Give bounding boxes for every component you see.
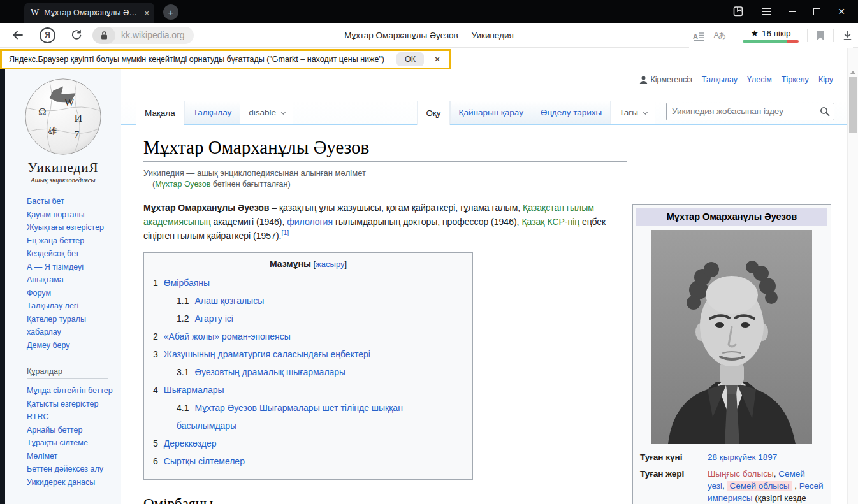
reviews-widget[interactable]: ★ 16 пікір (743, 28, 799, 43)
redirect-note: (Мұхтар Әуезов бетінен бағытталған) (152, 180, 847, 189)
sidebar-link[interactable]: Ең жаңа беттер (27, 234, 116, 248)
page-title: Мұхтар Омарханұлы Әуезов (143, 137, 627, 162)
svg-text:A: A (693, 32, 698, 40)
toc-item[interactable]: 1.1Алаш қозғалысы (177, 292, 463, 310)
person-icon (639, 76, 648, 84)
sidebar-link[interactable]: Анықтама (27, 273, 116, 287)
bookmark-icon[interactable] (816, 30, 825, 41)
scrollbar-up-arrow-icon[interactable] (850, 71, 855, 74)
logo-tagline: Ашық энциклопедиясы (5, 176, 121, 184)
tab-view-source[interactable]: Қайнарын қарау (450, 101, 532, 124)
toc-item[interactable]: 1Өмірбаяны (153, 274, 463, 292)
chevron-down-icon (643, 109, 648, 114)
wiki-content: Кірмегенсіз ТалқылауҮлесімТіркелуКіру Ма… (121, 69, 847, 504)
infobox-title: Мұхтар Омарханұлы Әуезов (636, 208, 827, 226)
namespace-tab-row: Мақала Талқылау disable Оқу Қайнарын қар… (121, 101, 847, 125)
search-input[interactable] (666, 103, 834, 120)
infobox-value: 28 қыркүйек 1897 (708, 451, 824, 463)
section-heading: Өмірбаяны (143, 496, 627, 504)
tab-talk[interactable]: Талқылау (184, 101, 240, 124)
reviews-count: 16 пікір (762, 29, 791, 38)
toc-title: Мазмұны (270, 259, 311, 269)
sidebar-link[interactable]: А — Я тізімдеуі (27, 261, 116, 274)
window-maximize-button[interactable] (813, 8, 820, 15)
sidebar-link[interactable]: RTRC (27, 410, 116, 424)
translate-icon[interactable]: Aあ (714, 30, 725, 41)
window-minimize-button[interactable] (789, 11, 796, 12)
tab-history[interactable]: Өңделу тарихы (532, 101, 610, 124)
toc-item[interactable]: 4.1Мұхтар Әуезов Шығармалары шет тілінде… (177, 399, 463, 435)
tab-article[interactable]: Мақала (136, 101, 184, 125)
page-title-center: Мұхтар Омарханұлы Әуезов — Уикипедия (210, 31, 648, 40)
sidebar-link[interactable]: Арнайы беттер (27, 424, 116, 437)
table-of-contents: Мазмұны [жасыру] 1Өмірбаяны 1.1Алаш қозғ… (143, 252, 473, 480)
browser-toolbar: Я kk.wikipedia.org Мұхтар Омарханұлы Әуе… (0, 23, 858, 48)
toc-item[interactable]: 3Жазушының драматургия саласындағы еңбек… (153, 345, 463, 363)
address-bar[interactable]: kk.wikipedia.org (92, 27, 194, 44)
infobox-row-birthdate: Туған күні 28 қыркүйек 1897 (636, 449, 827, 466)
sidebar-link[interactable]: Форум (27, 287, 116, 300)
sidebar-link[interactable]: Жуықтағы өзгерістер (27, 221, 116, 234)
lock-icon[interactable] (92, 27, 115, 44)
sidebar-link[interactable]: Беттен дәйексөз алу (27, 463, 116, 476)
window-close-button[interactable]: ✕ (838, 7, 845, 16)
tab-close-icon[interactable]: × (144, 8, 149, 18)
personal-link[interactable]: Кіру (818, 75, 833, 84)
infobox-value: Шыңғыс болысы, Семей уезі, Семей облысы … (708, 468, 824, 504)
reload-icon[interactable] (71, 29, 82, 41)
sidebar-link[interactable]: Басты бет (27, 195, 116, 208)
toc-item[interactable]: 6Сыртқы сілтемелер (153, 452, 463, 470)
wiki-sidebar: W Ω И 雄 7 УикипедиЯ Ашық энциклопедиясы … (5, 69, 121, 504)
sidebar-link[interactable]: Кездейсоқ бет (27, 247, 116, 261)
yandex-icon[interactable]: Я (40, 27, 55, 43)
wikipedia-favicon-icon: W (31, 8, 39, 18)
personal-link[interactable]: Тіркелу (782, 75, 809, 84)
tab-variant-dropdown[interactable]: disable (240, 101, 293, 124)
browser-tab[interactable]: W Мұхтар Омарханұлы Әуезов × (24, 3, 154, 23)
sidebar-link[interactable]: Қателер туралы хабарлау (27, 313, 116, 339)
toc-item[interactable]: 3.1Әуезовтың драмалық шығармалары (177, 363, 463, 381)
page-scrollbar[interactable] (847, 48, 858, 504)
sidebar-link[interactable]: Демеу беру (27, 339, 116, 352)
wikipedia-logo[interactable]: W Ω И 雄 7 УикипедиЯ Ашық энциклопедиясы (5, 69, 121, 184)
sidebar-link[interactable]: Талқылау легі (27, 299, 116, 313)
notification-ok-button[interactable]: ОК (396, 52, 424, 66)
tab-more-dropdown[interactable]: Тағы (610, 101, 655, 124)
infobox: Мұхтар Омарханұлы Әуезов (632, 204, 831, 504)
sidebar-link[interactable]: Уикидерек данасы (27, 476, 116, 489)
sidebar-link[interactable]: Қатысты өзгерістер (27, 398, 116, 411)
notification-close-icon[interactable]: ✕ (434, 55, 440, 64)
sidebar-link[interactable]: Тұрақты сілтеме (27, 436, 116, 450)
download-icon[interactable] (842, 30, 853, 41)
menu-icon[interactable] (762, 8, 771, 15)
sidebar-nav-list: Басты бетҚауым порталыЖуықтағы өзгерісте… (5, 195, 121, 352)
side-panel-icon[interactable] (732, 6, 745, 17)
wikipedia-page: W Ω И 雄 7 УикипедиЯ Ашық энциклопедиясы … (0, 69, 847, 504)
toc-item[interactable]: 5Дереккөздер (153, 435, 463, 452)
search-icon[interactable] (820, 106, 830, 117)
new-tab-button[interactable]: + (163, 4, 178, 20)
svg-text:И: И (74, 112, 82, 124)
tab-read[interactable]: Оқу (417, 101, 449, 125)
toc-item[interactable]: 1.2Ағарту ісі (177, 310, 463, 328)
site-tagline: Уикипедия — ашық энциклопедиясынан алынғ… (143, 168, 847, 178)
personal-link[interactable]: Талқылау (702, 75, 738, 84)
sidebar-tools-header: Құралдар (27, 367, 108, 379)
toc-hide-link[interactable]: жасыру (316, 259, 344, 269)
scrollbar-thumb[interactable] (849, 77, 857, 133)
sidebar-link[interactable]: Мұнда сілтейтін беттер (27, 384, 116, 398)
star-icon: ★ (750, 28, 759, 38)
toc-list: 1Өмірбаяны 1.1Алаш қозғалысы 1.2Ағарту і… (153, 274, 463, 470)
toc-item[interactable]: 4Шығармалары (153, 381, 463, 399)
back-button[interactable] (11, 29, 24, 41)
personal-link[interactable]: Үлесім (747, 75, 772, 84)
toc-item[interactable]: 2«Абай жолы» роман-эпопеясы (153, 328, 463, 345)
username[interactable]: Кірмегенсіз (639, 75, 692, 84)
sidebar-link[interactable]: Мәлімет (27, 450, 116, 463)
infobox-label: Туған жері (640, 468, 708, 504)
reader-mode-icon[interactable]: A (693, 31, 706, 41)
portrait-photo (651, 230, 812, 444)
svg-text:W: W (64, 96, 75, 108)
sidebar-link[interactable]: Қауым порталы (27, 208, 116, 222)
chevron-down-icon (280, 109, 286, 114)
